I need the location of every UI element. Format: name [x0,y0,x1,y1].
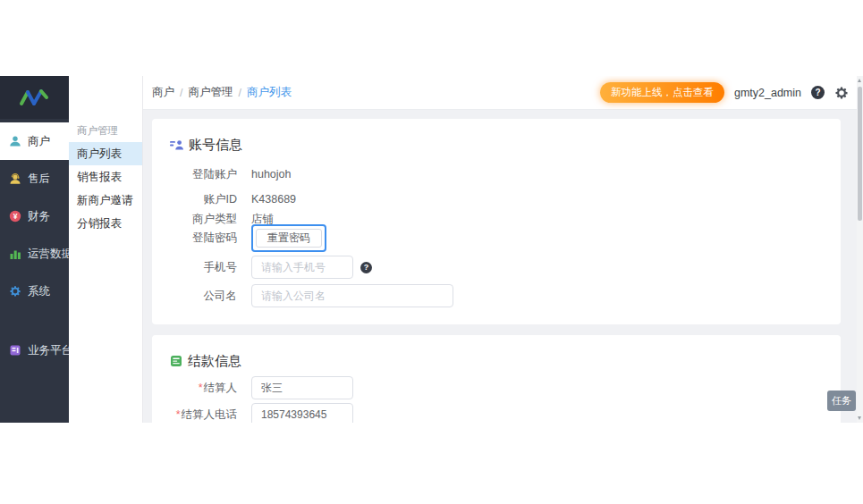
field-label: 账户ID [170,192,237,207]
breadcrumb-item-merchant[interactable]: 商户 [152,85,174,100]
reset-password-button[interactable]: 重置密码 [256,229,322,248]
account-info-panel: 账号信息 登陆账户 huhojoh 账户ID K438689 商户类型 店铺 登… [152,119,841,324]
sidebar-item-label: 商户 [28,134,50,149]
sidebar-item-operations[interactable]: 运营数据 [0,235,69,273]
sidebar-item-business-platform[interactable]: 业务平台 [0,332,69,369]
field-label: *结算人电话 [170,407,237,423]
sidebar-item-finance[interactable]: ¥ 财务 [0,197,69,235]
sidebar-item-label: 系统 [28,284,50,299]
scrollbar-thumb[interactable] [858,87,862,221]
field-row-settlement-person: *结算人 [170,376,823,399]
field-row-login-account: 登陆账户 huhojoh [170,165,823,183]
settlement-person-input[interactable] [251,376,353,399]
operations-chart-icon [8,247,22,261]
account-id-value: K438689 [251,193,296,206]
submenu-item-sales-report[interactable]: 销售报表 [69,165,142,189]
field-label: 手机号 [170,260,237,275]
settings-gear-icon[interactable] [834,86,849,100]
breadcrumb-item-merchant-management[interactable]: 商户管理 [188,85,233,100]
field-label: 商户类型 [170,212,237,227]
scrollbar-down-arrow-icon[interactable] [858,416,861,420]
submenu-item-new-merchant-invite[interactable]: 新商户邀请 [69,189,142,212]
field-row-settlement-phone: *结算人电话 [170,403,823,423]
settlement-info-panel: 结款信息 *结算人 *结算人电话 [152,335,841,423]
settlement-phone-input[interactable] [251,403,353,423]
topbar-right-controls: 新功能上线，点击查看 gmty2_admin ? [600,82,849,103]
secondary-sidebar: 商户管理 商户列表 销售报表 新商户邀请 分销报表 [69,76,143,423]
logo-mark-icon [18,87,52,108]
new-feature-notice-badge[interactable]: 新功能上线，点击查看 [600,82,724,103]
phone-help-icon[interactable]: ? [360,262,372,273]
field-row-login-password: 登陆密码 重置密码 [170,224,823,251]
system-gear-icon [8,284,22,298]
required-mark: * [199,382,203,394]
svg-text:¥: ¥ [13,212,18,221]
sidebar-item-label: 售后 [28,172,50,187]
page-scrollbar[interactable] [857,76,863,423]
breadcrumb-item-merchant-list: 商户列表 [247,85,292,100]
sidebar-item-system[interactable]: 系统 [0,273,69,310]
sidebar-item-aftersales[interactable]: 售后 [0,160,69,197]
field-label: *结算人 [170,381,237,396]
field-label: 登陆账户 [170,167,237,182]
primary-sidebar: 商户 售后 ¥ 财务 运营数据 [0,76,69,423]
section-title-text: 账号信息 [189,137,242,154]
username-label[interactable]: gmty2_admin [734,87,801,99]
breadcrumb: 商户 / 商户管理 / 商户列表 [152,85,292,100]
topbar: 商户 / 商户管理 / 商户列表 新功能上线，点击查看 gmty2_admin … [143,76,863,110]
submenu-item-distribution-report[interactable]: 分销报表 [69,212,142,235]
company-name-input[interactable] [251,284,453,307]
field-label: 公司名 [170,289,237,304]
scrollbar-up-arrow-icon[interactable] [858,79,861,82]
finance-yen-icon: ¥ [8,209,22,223]
task-floating-button[interactable]: 任务 [827,391,856,411]
breadcrumb-separator: / [180,87,182,99]
aftersales-headset-icon [8,172,22,186]
help-icon[interactable]: ? [811,86,825,99]
submenu-item-merchant-list[interactable]: 商户列表 [69,142,142,165]
app-logo [0,76,69,119]
phone-input[interactable] [251,256,353,279]
field-row-account-id: 账户ID K438689 [170,190,823,208]
settlement-info-icon [170,355,182,367]
reset-password-focus-ring: 重置密码 [251,224,326,252]
account-info-icon [170,139,183,151]
sidebar-item-label: 财务 [28,209,50,224]
merchant-person-icon [8,134,22,148]
content-area: 账号信息 登陆账户 huhojoh 账户ID K438689 商户类型 店铺 登… [143,110,863,423]
required-mark: * [176,408,181,421]
settlement-section-title: 结款信息 [170,351,823,371]
sidebar-item-merchant[interactable]: 商户 [0,122,69,160]
primary-nav: 商户 售后 ¥ 财务 运营数据 [0,119,69,369]
admin-app-window: 商户 售后 ¥ 财务 运营数据 [0,76,863,423]
submenu-header: 商户管理 [69,76,142,142]
account-section-title: 账号信息 [170,135,823,155]
field-label: 登陆密码 [170,231,237,246]
business-platform-icon [8,343,22,357]
field-row-phone: 手机号 ? [170,256,823,279]
sidebar-item-label: 运营数据 [28,247,72,262]
section-title-text: 结款信息 [188,353,241,370]
sidebar-item-label: 业务平台 [28,343,72,358]
field-row-company-name: 公司名 [170,284,823,307]
login-account-value: huhojoh [251,168,292,181]
breadcrumb-separator: / [238,87,241,99]
main-area: 商户 / 商户管理 / 商户列表 新功能上线，点击查看 gmty2_admin … [143,76,863,423]
